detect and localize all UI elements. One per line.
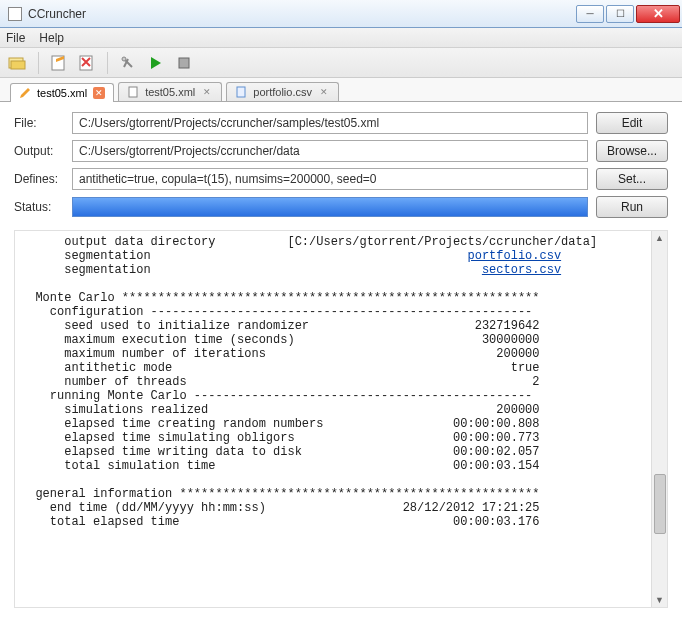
tab-label: test05.xml <box>37 87 87 99</box>
delete-button[interactable] <box>75 51 99 75</box>
status-progressbar <box>72 197 588 217</box>
console-output: output data directory [C:/Users/gtorrent… <box>15 231 667 607</box>
link-sectors[interactable]: sectors.csv <box>482 263 561 277</box>
tab-close-icon[interactable]: ✕ <box>93 87 105 99</box>
svg-point-4 <box>122 57 126 61</box>
run-button[interactable] <box>144 51 168 75</box>
svg-rect-7 <box>237 87 245 97</box>
defines-label: Defines: <box>14 172 64 186</box>
tab-label: test05.xml <box>145 86 195 98</box>
tab-label: portfolio.csv <box>253 86 312 98</box>
scroll-up-icon[interactable]: ▲ <box>655 233 664 243</box>
tab-close-icon[interactable]: ✕ <box>201 86 213 98</box>
scroll-thumb[interactable] <box>654 474 666 534</box>
tab-test05-2[interactable]: test05.xml ✕ <box>118 82 222 101</box>
menu-file[interactable]: File <box>6 31 25 45</box>
tab-portfolio[interactable]: portfolio.csv ✕ <box>226 82 339 101</box>
edit-file-button[interactable]: Edit <box>596 112 668 134</box>
output-label: Output: <box>14 144 64 158</box>
defines-input[interactable] <box>72 168 588 190</box>
settings-button[interactable] <box>116 51 140 75</box>
edit-button[interactable] <box>47 51 71 75</box>
app-icon <box>8 7 22 21</box>
tab-close-icon[interactable]: ✕ <box>318 86 330 98</box>
scroll-down-icon[interactable]: ▼ <box>655 595 664 605</box>
pencil-icon <box>19 87 31 99</box>
set-button[interactable]: Set... <box>596 168 668 190</box>
scrollbar[interactable]: ▲ ▼ <box>651 231 667 607</box>
form-panel: File: Edit Output: Browse... Defines: Se… <box>0 102 682 224</box>
file-input[interactable] <box>72 112 588 134</box>
doc-icon <box>127 86 139 98</box>
maximize-button[interactable]: ☐ <box>606 5 634 23</box>
file-label: File: <box>14 116 64 130</box>
minimize-button[interactable]: ─ <box>576 5 604 23</box>
window-title: CCruncher <box>28 7 576 21</box>
svg-rect-5 <box>179 58 189 68</box>
console-panel: output data directory [C:/Users/gtorrent… <box>14 230 668 608</box>
menubar: File Help <box>0 28 682 48</box>
output-input[interactable] <box>72 140 588 162</box>
close-button[interactable]: ✕ <box>636 5 680 23</box>
menu-help[interactable]: Help <box>39 31 64 45</box>
toolbar <box>0 48 682 78</box>
stop-button[interactable] <box>172 51 196 75</box>
tab-test05-1[interactable]: test05.xml ✕ <box>10 83 114 102</box>
svg-rect-6 <box>129 87 137 97</box>
titlebar: CCruncher ─ ☐ ✕ <box>0 0 682 28</box>
status-label: Status: <box>14 200 64 214</box>
open-button[interactable] <box>6 51 30 75</box>
link-portfolio[interactable]: portfolio.csv <box>467 249 561 263</box>
csv-icon <box>235 86 247 98</box>
run-action-button[interactable]: Run <box>596 196 668 218</box>
browse-button[interactable]: Browse... <box>596 140 668 162</box>
svg-rect-1 <box>11 61 25 69</box>
tabbar: test05.xml ✕ test05.xml ✕ portfolio.csv … <box>0 78 682 102</box>
